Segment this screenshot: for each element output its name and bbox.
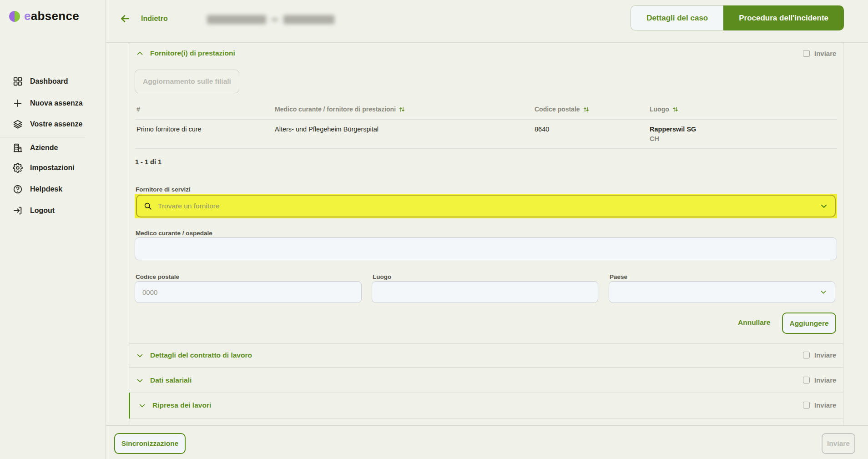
city-field-label: Luogo (373, 273, 391, 280)
redacted-separator (272, 18, 278, 21)
add-button[interactable]: Aggiungere (782, 313, 836, 334)
section-title: Fornitore(i) di prestazioni (150, 49, 235, 57)
redacted-name-block (207, 15, 266, 24)
provider-search-label: Fornitore di servizi (136, 186, 191, 193)
section-row-dati-salariali: Dati salariali Inviare (129, 367, 843, 393)
submit-button[interactable]: Inviare (822, 433, 855, 454)
branch-update-button[interactable]: Aggiornamento sulle filiali (135, 70, 239, 93)
checkbox-icon[interactable] (803, 377, 810, 383)
sidebar: eabsence Dashboard Nuova assenza Vostre … (0, 0, 106, 459)
sidebar-item-label: Logout (30, 207, 55, 215)
table-row[interactable]: Primo fornitore di cure Alters- und Pfle… (136, 126, 837, 142)
chevron-down-icon (136, 377, 144, 384)
dashboard-grid-icon (13, 76, 23, 86)
brand-logo-icon (9, 11, 20, 22)
cancel-button[interactable]: Annullare (738, 318, 770, 327)
header-tabs: Dettagli del caso Procedura dell'inciden… (631, 5, 844, 30)
sidebar-item-label: Helpdesk (30, 185, 62, 193)
inviare-checkbox-contratto: Inviare (803, 351, 836, 359)
checkbox-icon[interactable] (803, 352, 810, 358)
sidebar-item-label: Dashboard (30, 77, 68, 86)
redacted-number-block (283, 15, 334, 24)
sidebar-item-vostre-assenze[interactable]: Vostre assenze (13, 117, 82, 131)
sync-button[interactable]: Sincronizzazione (114, 433, 186, 454)
section-title: Dettagli del contratto di lavoro (150, 351, 252, 359)
sidebar-item-label: Aziende (30, 144, 58, 152)
city-input[interactable] (372, 282, 598, 303)
sidebar-divider (0, 137, 85, 137)
section-title: Ripresa dei lavori (152, 401, 211, 409)
cell-city: Rapperswil SG (650, 126, 837, 133)
cell-provider-name: Alters- und Pflegeheim Bürgerspital (275, 126, 535, 142)
column-header-medico[interactable]: Medico curante / fornitore di prestazion… (275, 106, 535, 113)
logout-icon (13, 206, 23, 216)
cell-postal-code: 8640 (535, 126, 650, 142)
tab-procedura-incidente[interactable]: Procedura dell'incidente (723, 5, 844, 30)
sidebar-item-label: Vostre assenze (30, 120, 82, 128)
card-right-border (843, 42, 843, 425)
checkbox-label: Inviare (814, 351, 836, 359)
column-header-luogo[interactable]: Luogo (650, 106, 837, 113)
sidebar-item-dashboard[interactable]: Dashboard (13, 74, 68, 89)
sidebar-item-label: Nuova assenza (30, 99, 83, 107)
brand-logo-text: eabsence (24, 9, 79, 23)
country-select[interactable] (609, 281, 835, 303)
sidebar-item-logout[interactable]: Logout (13, 203, 55, 218)
sidebar-item-helpdesk[interactable]: Helpdesk (13, 182, 62, 197)
case-title-redacted (207, 15, 334, 24)
cell-provider-role: Primo fornitore di cure (136, 126, 275, 142)
section-header-fornitori[interactable]: Fornitore(i) di prestazioni (136, 49, 235, 57)
section-title: Dati salariali (150, 376, 192, 384)
country-field-label: Paese (610, 273, 627, 280)
sort-icon[interactable] (399, 106, 405, 113)
inviare-checkbox-fornitori: Inviare (803, 50, 836, 57)
chevron-down-icon (138, 402, 146, 409)
section-row-ripresa: Ripresa dei lavori Inviare (129, 393, 843, 419)
sort-icon[interactable] (672, 106, 679, 113)
column-header-codice-postale[interactable]: Codice postale (535, 106, 650, 113)
checkbox-icon[interactable] (803, 402, 810, 409)
sidebar-item-aziende[interactable]: Aziende (13, 141, 58, 155)
chevron-down-icon (819, 288, 828, 296)
provider-search-highlight (135, 194, 837, 218)
column-header-number: # (136, 106, 275, 113)
building-icon (13, 143, 23, 153)
medico-field-label: Medico curante / ospedale (136, 230, 212, 237)
providers-table-header: # Medico curante / fornitore di prestazi… (136, 106, 837, 113)
table-header-divider (135, 119, 837, 120)
medico-field (135, 237, 837, 260)
postal-field (135, 281, 362, 303)
checkbox-icon[interactable] (803, 50, 810, 57)
pagination-label: 1 - 1 di 1 (135, 158, 161, 166)
sort-icon[interactable] (583, 106, 590, 113)
back-button[interactable]: Indietro (119, 13, 168, 25)
chevron-up-icon (136, 50, 144, 57)
chevron-down-icon[interactable] (819, 202, 828, 211)
arrow-left-icon (119, 13, 131, 25)
back-label: Indietro (141, 15, 168, 23)
medico-input[interactable] (135, 238, 837, 260)
checkbox-label: Inviare (814, 401, 836, 409)
sidebar-item-label: Impostazioni (30, 164, 75, 172)
section-row-contratto: Dettagli del contratto di lavoro Inviare (129, 343, 843, 367)
tab-dettagli-del-caso[interactable]: Dettagli del caso (631, 5, 723, 30)
sidebar-item-nuova-assenza[interactable]: Nuova assenza (13, 96, 83, 111)
section-header-contratto[interactable]: Dettagli del contratto di lavoro (136, 351, 252, 359)
gear-icon (13, 163, 23, 173)
brand-logo[interactable]: eabsence (9, 9, 79, 23)
provider-search-combobox[interactable] (136, 195, 836, 217)
city-field (372, 281, 598, 303)
inviare-checkbox-dati-salariali: Inviare (803, 376, 836, 384)
provider-search-input[interactable] (158, 202, 814, 210)
postal-field-label: Codice postale (136, 273, 179, 280)
cell-location: Rapperswil SG CH (650, 126, 837, 142)
checkbox-label: Inviare (814, 50, 836, 57)
cell-country: CH (650, 135, 837, 142)
section-header-ripresa[interactable]: Ripresa dei lavori (138, 401, 211, 409)
sidebar-item-impostazioni[interactable]: Impostazioni (13, 161, 75, 175)
checkbox-label: Inviare (814, 376, 836, 384)
postal-input[interactable] (135, 282, 361, 303)
header-divider (106, 42, 868, 43)
section-header-dati-salariali[interactable]: Dati salariali (136, 376, 192, 384)
plus-icon (13, 98, 23, 108)
